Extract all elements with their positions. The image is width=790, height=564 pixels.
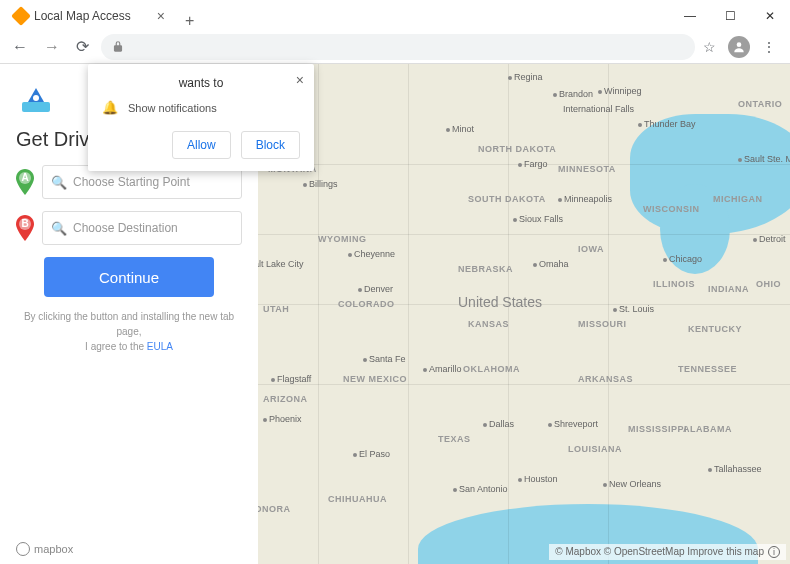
city-label: Thunder Bay bbox=[638, 119, 696, 129]
notification-title: wants to bbox=[102, 76, 300, 90]
eula-link[interactable]: EULA bbox=[147, 341, 173, 352]
svg-rect-1 bbox=[22, 102, 50, 112]
close-window-button[interactable]: ✕ bbox=[750, 2, 790, 30]
city-label: Sioux Falls bbox=[513, 214, 563, 224]
window-controls: — ☐ ✕ bbox=[670, 2, 790, 30]
svg-point-0 bbox=[737, 42, 742, 47]
profile-avatar-icon[interactable] bbox=[728, 36, 750, 58]
city-label: Fargo bbox=[518, 159, 548, 169]
state-label: KENTUCKY bbox=[688, 324, 742, 334]
browser-tab[interactable]: Local Map Access × bbox=[4, 2, 175, 30]
state-label: UTAH bbox=[263, 304, 289, 314]
map-attribution: © Mapbox © OpenStreetMap Improve this ma… bbox=[549, 544, 786, 560]
city-label: Winnipeg bbox=[598, 86, 642, 96]
notification-body: Show notifications bbox=[128, 102, 217, 114]
block-button[interactable]: Block bbox=[241, 131, 300, 159]
bookmark-star-icon[interactable]: ☆ bbox=[703, 39, 716, 55]
city-label: Amarillo bbox=[423, 364, 462, 374]
app-logo-icon bbox=[18, 82, 54, 118]
search-icon: 🔍 bbox=[51, 175, 67, 190]
state-label: MICHIGAN bbox=[713, 194, 763, 204]
city-label: Salt Lake City bbox=[258, 259, 304, 269]
terms-line2: I agree to the bbox=[85, 341, 147, 352]
city-label: St. Louis bbox=[613, 304, 654, 314]
search-icon: 🔍 bbox=[51, 221, 67, 236]
state-label: NORTH DAKOTA bbox=[478, 144, 556, 154]
state-label: WYOMING bbox=[318, 234, 367, 244]
allow-button[interactable]: Allow bbox=[172, 131, 231, 159]
state-label: CHIHUAHUA bbox=[328, 494, 387, 504]
city-label: Cheyenne bbox=[348, 249, 395, 259]
city-label: Phoenix bbox=[263, 414, 302, 424]
city-label: Minneapolis bbox=[558, 194, 612, 204]
reload-button[interactable]: ⟳ bbox=[72, 35, 93, 58]
svg-point-2 bbox=[33, 95, 39, 101]
new-tab-button[interactable]: + bbox=[175, 12, 204, 30]
state-label: COLORADO bbox=[338, 299, 395, 309]
city-label: Regina bbox=[508, 72, 543, 82]
state-label: NEW MEXICO bbox=[343, 374, 407, 384]
state-label: TEXAS bbox=[438, 434, 471, 444]
mapbox-logo: mapbox bbox=[16, 542, 73, 556]
minimize-button[interactable]: — bbox=[670, 2, 710, 30]
pin-a-icon: A bbox=[16, 169, 34, 195]
city-label: Billings bbox=[303, 179, 338, 189]
destination-input-container[interactable]: 🔍 bbox=[42, 211, 242, 245]
lock-icon bbox=[111, 40, 125, 54]
mapbox-logo-text: mapbox bbox=[34, 543, 73, 555]
state-label: ARIZONA bbox=[263, 394, 308, 404]
kebab-menu-icon[interactable]: ⋮ bbox=[762, 39, 776, 55]
state-label: MINNESOTA bbox=[558, 164, 616, 174]
terms-text: By clicking the button and installing th… bbox=[16, 309, 242, 354]
state-label: LOUISIANA bbox=[568, 444, 622, 454]
city-label: Denver bbox=[358, 284, 393, 294]
notification-permission-popup: wants to × 🔔 Show notifications Allow Bl… bbox=[88, 64, 314, 171]
city-label: El Paso bbox=[353, 449, 390, 459]
state-label: KANSAS bbox=[468, 319, 509, 329]
destination-row: B 🔍 bbox=[16, 211, 242, 245]
city-label: Omaha bbox=[533, 259, 569, 269]
titlebar: Local Map Access × + — ☐ ✕ bbox=[0, 0, 790, 30]
pin-a-label: A bbox=[16, 172, 34, 183]
city-label: Sault Ste. Marie bbox=[738, 154, 790, 164]
city-label: San Antonio bbox=[453, 484, 508, 494]
state-label: TENNESSEE bbox=[678, 364, 737, 374]
destination-input[interactable] bbox=[73, 221, 233, 235]
city-label: Detroit bbox=[753, 234, 786, 244]
city-label: Minot bbox=[446, 124, 474, 134]
tab-close-icon[interactable]: × bbox=[157, 8, 165, 24]
address-bar[interactable] bbox=[101, 34, 695, 60]
state-label: OHIO bbox=[756, 279, 781, 289]
state-label: NEBRASKA bbox=[458, 264, 513, 274]
terms-line1: By clicking the button and installing th… bbox=[24, 311, 234, 337]
city-label: Brandon bbox=[553, 89, 593, 99]
state-label: MISSOURI bbox=[578, 319, 627, 329]
city-label: Chicago bbox=[663, 254, 702, 264]
state-label: OKLAHOMA bbox=[463, 364, 520, 374]
maximize-button[interactable]: ☐ bbox=[710, 2, 750, 30]
bell-icon: 🔔 bbox=[102, 100, 118, 115]
city-label: Shreveport bbox=[548, 419, 598, 429]
state-label: ARKANSAS bbox=[578, 374, 633, 384]
state-label: INDIANA bbox=[708, 284, 749, 294]
state-label: WISCONSIN bbox=[643, 204, 700, 214]
city-label: Houston bbox=[518, 474, 558, 484]
map-canvas[interactable]: United States MONTANA WYOMING COLORADO N… bbox=[258, 64, 790, 564]
close-icon[interactable]: × bbox=[296, 72, 304, 88]
city-label: Santa Fe bbox=[363, 354, 406, 364]
back-button[interactable]: ← bbox=[8, 36, 32, 58]
continue-button[interactable]: Continue bbox=[44, 257, 214, 297]
state-label: ALABAMA bbox=[683, 424, 732, 434]
country-label: United States bbox=[458, 294, 542, 310]
state-label: SOUTH DAKOTA bbox=[468, 194, 546, 204]
page-content: Get Driving A 🔍 B 🔍 Continue By cli bbox=[0, 64, 790, 564]
city-label: Flagstaff bbox=[271, 374, 311, 384]
start-input[interactable] bbox=[73, 175, 233, 189]
info-icon[interactable]: i bbox=[768, 546, 780, 558]
pin-b-icon: B bbox=[16, 215, 34, 241]
forward-button[interactable]: → bbox=[40, 36, 64, 58]
pin-b-label: B bbox=[16, 218, 34, 229]
tab-title: Local Map Access bbox=[34, 9, 131, 23]
state-label: ONTARIO bbox=[738, 99, 782, 109]
map-background bbox=[258, 64, 790, 564]
